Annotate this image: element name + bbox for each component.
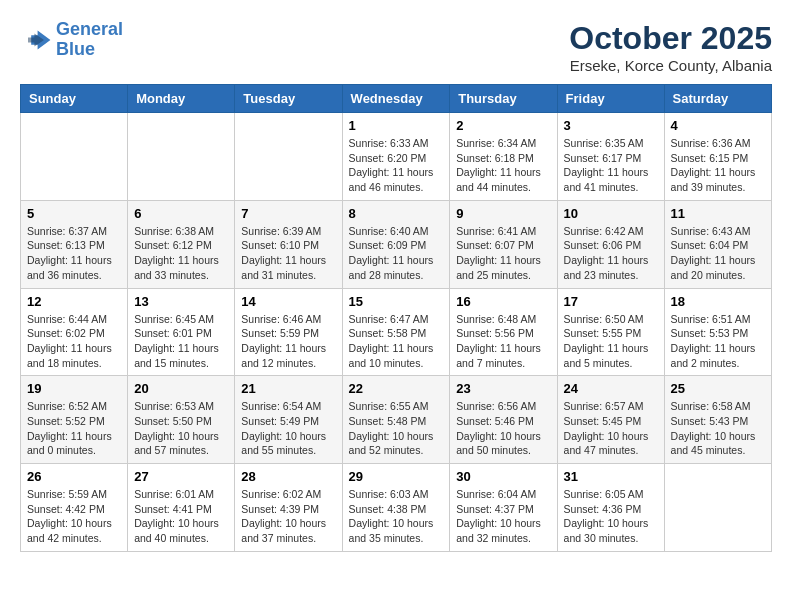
day-info: Sunrise: 6:03 AMSunset: 4:38 PMDaylight:… xyxy=(349,487,444,546)
empty-day-cell xyxy=(235,113,342,201)
calendar-day-cell: 4Sunrise: 6:36 AMSunset: 6:15 PMDaylight… xyxy=(664,113,771,201)
calendar-week-row: 12Sunrise: 6:44 AMSunset: 6:02 PMDayligh… xyxy=(21,288,772,376)
day-number: 4 xyxy=(671,118,765,133)
day-info: Sunrise: 6:43 AMSunset: 6:04 PMDaylight:… xyxy=(671,224,765,283)
day-info: Sunrise: 6:04 AMSunset: 4:37 PMDaylight:… xyxy=(456,487,550,546)
calendar-day-cell: 30Sunrise: 6:04 AMSunset: 4:37 PMDayligh… xyxy=(450,464,557,552)
calendar-day-cell: 20Sunrise: 6:53 AMSunset: 5:50 PMDayligh… xyxy=(128,376,235,464)
calendar-day-cell: 24Sunrise: 6:57 AMSunset: 5:45 PMDayligh… xyxy=(557,376,664,464)
calendar-day-cell: 18Sunrise: 6:51 AMSunset: 5:53 PMDayligh… xyxy=(664,288,771,376)
day-number: 29 xyxy=(349,469,444,484)
day-number: 18 xyxy=(671,294,765,309)
day-number: 11 xyxy=(671,206,765,221)
calendar-day-cell: 15Sunrise: 6:47 AMSunset: 5:58 PMDayligh… xyxy=(342,288,450,376)
day-number: 20 xyxy=(134,381,228,396)
day-number: 26 xyxy=(27,469,121,484)
day-info: Sunrise: 6:55 AMSunset: 5:48 PMDaylight:… xyxy=(349,399,444,458)
day-info: Sunrise: 6:37 AMSunset: 6:13 PMDaylight:… xyxy=(27,224,121,283)
weekday-header: Sunday xyxy=(21,85,128,113)
day-info: Sunrise: 6:48 AMSunset: 5:56 PMDaylight:… xyxy=(456,312,550,371)
day-number: 6 xyxy=(134,206,228,221)
day-number: 17 xyxy=(564,294,658,309)
day-number: 22 xyxy=(349,381,444,396)
calendar-week-row: 5Sunrise: 6:37 AMSunset: 6:13 PMDaylight… xyxy=(21,200,772,288)
calendar-day-cell: 19Sunrise: 6:52 AMSunset: 5:52 PMDayligh… xyxy=(21,376,128,464)
logo-icon xyxy=(20,24,52,56)
logo-text: General Blue xyxy=(56,20,123,60)
empty-day-cell xyxy=(128,113,235,201)
day-number: 24 xyxy=(564,381,658,396)
day-number: 15 xyxy=(349,294,444,309)
weekday-header: Thursday xyxy=(450,85,557,113)
day-info: Sunrise: 6:45 AMSunset: 6:01 PMDaylight:… xyxy=(134,312,228,371)
day-info: Sunrise: 6:52 AMSunset: 5:52 PMDaylight:… xyxy=(27,399,121,458)
day-info: Sunrise: 6:47 AMSunset: 5:58 PMDaylight:… xyxy=(349,312,444,371)
day-info: Sunrise: 6:02 AMSunset: 4:39 PMDaylight:… xyxy=(241,487,335,546)
empty-day-cell xyxy=(664,464,771,552)
day-info: Sunrise: 6:41 AMSunset: 6:07 PMDaylight:… xyxy=(456,224,550,283)
title-area: October 2025 Erseke, Korce County, Alban… xyxy=(569,20,772,74)
day-number: 2 xyxy=(456,118,550,133)
day-info: Sunrise: 6:38 AMSunset: 6:12 PMDaylight:… xyxy=(134,224,228,283)
calendar-day-cell: 28Sunrise: 6:02 AMSunset: 4:39 PMDayligh… xyxy=(235,464,342,552)
day-info: Sunrise: 6:50 AMSunset: 5:55 PMDaylight:… xyxy=(564,312,658,371)
day-info: Sunrise: 6:56 AMSunset: 5:46 PMDaylight:… xyxy=(456,399,550,458)
calendar-day-cell: 17Sunrise: 6:50 AMSunset: 5:55 PMDayligh… xyxy=(557,288,664,376)
weekday-header: Friday xyxy=(557,85,664,113)
day-info: Sunrise: 6:46 AMSunset: 5:59 PMDaylight:… xyxy=(241,312,335,371)
logo-line1: General xyxy=(56,19,123,39)
day-info: Sunrise: 6:51 AMSunset: 5:53 PMDaylight:… xyxy=(671,312,765,371)
calendar-week-row: 26Sunrise: 5:59 AMSunset: 4:42 PMDayligh… xyxy=(21,464,772,552)
calendar-day-cell: 3Sunrise: 6:35 AMSunset: 6:17 PMDaylight… xyxy=(557,113,664,201)
month-title: October 2025 xyxy=(569,20,772,57)
empty-day-cell xyxy=(21,113,128,201)
weekday-header: Wednesday xyxy=(342,85,450,113)
calendar-day-cell: 21Sunrise: 6:54 AMSunset: 5:49 PMDayligh… xyxy=(235,376,342,464)
day-info: Sunrise: 6:01 AMSunset: 4:41 PMDaylight:… xyxy=(134,487,228,546)
calendar-day-cell: 2Sunrise: 6:34 AMSunset: 6:18 PMDaylight… xyxy=(450,113,557,201)
calendar-day-cell: 23Sunrise: 6:56 AMSunset: 5:46 PMDayligh… xyxy=(450,376,557,464)
day-number: 9 xyxy=(456,206,550,221)
weekday-header: Monday xyxy=(128,85,235,113)
calendar-week-row: 19Sunrise: 6:52 AMSunset: 5:52 PMDayligh… xyxy=(21,376,772,464)
day-number: 3 xyxy=(564,118,658,133)
day-info: Sunrise: 5:59 AMSunset: 4:42 PMDaylight:… xyxy=(27,487,121,546)
calendar-day-cell: 9Sunrise: 6:41 AMSunset: 6:07 PMDaylight… xyxy=(450,200,557,288)
calendar-table: SundayMondayTuesdayWednesdayThursdayFrid… xyxy=(20,84,772,552)
day-info: Sunrise: 6:42 AMSunset: 6:06 PMDaylight:… xyxy=(564,224,658,283)
calendar-week-row: 1Sunrise: 6:33 AMSunset: 6:20 PMDaylight… xyxy=(21,113,772,201)
day-number: 13 xyxy=(134,294,228,309)
calendar-day-cell: 25Sunrise: 6:58 AMSunset: 5:43 PMDayligh… xyxy=(664,376,771,464)
day-number: 1 xyxy=(349,118,444,133)
calendar-day-cell: 31Sunrise: 6:05 AMSunset: 4:36 PMDayligh… xyxy=(557,464,664,552)
calendar-day-cell: 12Sunrise: 6:44 AMSunset: 6:02 PMDayligh… xyxy=(21,288,128,376)
day-number: 14 xyxy=(241,294,335,309)
day-number: 7 xyxy=(241,206,335,221)
day-number: 30 xyxy=(456,469,550,484)
calendar-day-cell: 7Sunrise: 6:39 AMSunset: 6:10 PMDaylight… xyxy=(235,200,342,288)
day-info: Sunrise: 6:58 AMSunset: 5:43 PMDaylight:… xyxy=(671,399,765,458)
logo: General Blue xyxy=(20,20,123,60)
calendar-header-row: SundayMondayTuesdayWednesdayThursdayFrid… xyxy=(21,85,772,113)
calendar-day-cell: 16Sunrise: 6:48 AMSunset: 5:56 PMDayligh… xyxy=(450,288,557,376)
day-info: Sunrise: 6:33 AMSunset: 6:20 PMDaylight:… xyxy=(349,136,444,195)
day-number: 21 xyxy=(241,381,335,396)
page-header: General Blue October 2025 Erseke, Korce … xyxy=(20,20,772,74)
day-info: Sunrise: 6:40 AMSunset: 6:09 PMDaylight:… xyxy=(349,224,444,283)
day-number: 10 xyxy=(564,206,658,221)
day-number: 25 xyxy=(671,381,765,396)
calendar-day-cell: 6Sunrise: 6:38 AMSunset: 6:12 PMDaylight… xyxy=(128,200,235,288)
day-info: Sunrise: 6:53 AMSunset: 5:50 PMDaylight:… xyxy=(134,399,228,458)
weekday-header: Tuesday xyxy=(235,85,342,113)
day-number: 28 xyxy=(241,469,335,484)
day-info: Sunrise: 6:35 AMSunset: 6:17 PMDaylight:… xyxy=(564,136,658,195)
day-info: Sunrise: 6:36 AMSunset: 6:15 PMDaylight:… xyxy=(671,136,765,195)
calendar-day-cell: 22Sunrise: 6:55 AMSunset: 5:48 PMDayligh… xyxy=(342,376,450,464)
calendar-day-cell: 1Sunrise: 6:33 AMSunset: 6:20 PMDaylight… xyxy=(342,113,450,201)
day-info: Sunrise: 6:05 AMSunset: 4:36 PMDaylight:… xyxy=(564,487,658,546)
day-info: Sunrise: 6:57 AMSunset: 5:45 PMDaylight:… xyxy=(564,399,658,458)
calendar-day-cell: 14Sunrise: 6:46 AMSunset: 5:59 PMDayligh… xyxy=(235,288,342,376)
day-info: Sunrise: 6:34 AMSunset: 6:18 PMDaylight:… xyxy=(456,136,550,195)
day-number: 5 xyxy=(27,206,121,221)
calendar-day-cell: 8Sunrise: 6:40 AMSunset: 6:09 PMDaylight… xyxy=(342,200,450,288)
